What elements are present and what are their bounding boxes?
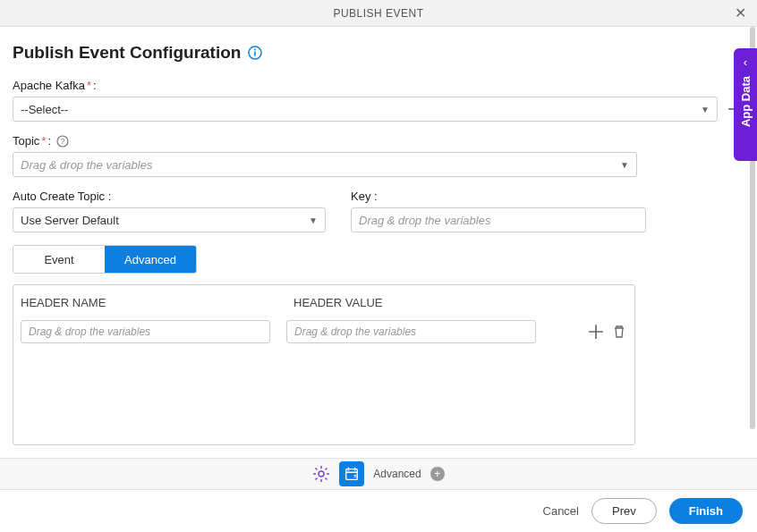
kafka-label-text: Apache Kafka xyxy=(13,79,85,92)
topic-label: Topic * : ? xyxy=(13,134,744,148)
header-value-placeholder: Drag & drop the variables xyxy=(294,325,416,338)
kafka-select[interactable]: --Select-- ▼ xyxy=(13,97,718,122)
app-data-tab[interactable]: ‹ App Data xyxy=(734,48,757,161)
headers-header-row: HEADER NAME HEADER VALUE xyxy=(13,285,634,320)
autocreate-select[interactable]: Use Server Default ▼ xyxy=(13,207,326,232)
delete-header-icon[interactable] xyxy=(611,324,627,340)
tab-event[interactable]: Event xyxy=(13,246,105,273)
advanced-expand-icon[interactable]: + xyxy=(430,467,445,481)
header-row: Drag & drop the variables Drag & drop th… xyxy=(13,320,634,343)
header-name-col: HEADER NAME xyxy=(21,296,293,309)
header-name-input[interactable]: Drag & drop the variables xyxy=(21,320,270,343)
field-kafka: Apache Kafka * : --Select-- ▼ xyxy=(13,79,744,122)
close-icon[interactable]: ✕ xyxy=(735,4,746,21)
schedule-icon[interactable] xyxy=(339,461,364,486)
colon: : xyxy=(93,79,97,92)
content-area: Publish Event Configuration Apache Kafka… xyxy=(0,27,757,445)
row-autocreate-key: Auto Create Topic : Use Server Default ▼… xyxy=(13,190,744,232)
header-value-input[interactable]: Drag & drop the variables xyxy=(286,320,536,343)
autocreate-label: Auto Create Topic : xyxy=(13,190,326,203)
autocreate-select-value: Use Server Default xyxy=(21,214,119,227)
header-row-actions xyxy=(588,324,627,340)
chevron-down-icon: ▼ xyxy=(309,215,318,225)
header-name-placeholder: Drag & drop the variables xyxy=(29,325,150,338)
field-key: Key : Drag & drop the variables xyxy=(351,190,646,232)
key-input[interactable]: Drag & drop the variables xyxy=(351,207,646,232)
gear-icon[interactable] xyxy=(312,465,330,483)
prev-button[interactable]: Prev xyxy=(591,498,657,524)
tab-advanced[interactable]: Advanced xyxy=(105,246,196,273)
field-autocreate: Auto Create Topic : Use Server Default ▼ xyxy=(13,190,326,232)
svg-text:?: ? xyxy=(61,137,65,146)
kafka-select-value: --Select-- xyxy=(21,103,68,116)
chevron-down-icon: ▼ xyxy=(620,160,629,170)
finish-button[interactable]: Finish xyxy=(669,498,743,524)
colon: : xyxy=(47,134,51,148)
footer: Cancel Prev Finish xyxy=(0,490,757,532)
topic-input[interactable]: Drag & drop the variables ▼ xyxy=(13,152,637,177)
svg-rect-1 xyxy=(255,52,257,56)
info-icon[interactable] xyxy=(248,46,262,60)
add-header-icon[interactable] xyxy=(588,324,604,340)
app-data-label: App Data xyxy=(739,76,753,127)
kafka-label: Apache Kafka * : xyxy=(13,79,744,92)
modal-header: PUBLISH EVENT ✕ xyxy=(0,0,757,27)
headers-panel: HEADER NAME HEADER VALUE Drag & drop the… xyxy=(13,284,635,445)
topic-label-text: Topic xyxy=(13,134,39,148)
topic-placeholder: Drag & drop the variables xyxy=(21,158,152,172)
key-placeholder: Drag & drop the variables xyxy=(359,214,490,227)
page-title: Publish Event Configuration xyxy=(13,43,241,63)
field-topic: Topic * : ? Drag & drop the variables ▼ xyxy=(13,134,744,177)
required-marker: * xyxy=(87,79,91,92)
modal-title: PUBLISH EVENT xyxy=(333,7,423,20)
key-label: Key : xyxy=(351,190,646,203)
header-value-col: HEADER VALUE xyxy=(293,296,382,309)
advanced-label: Advanced xyxy=(373,468,421,480)
svg-point-5 xyxy=(319,471,324,477)
tabs: Event Advanced xyxy=(13,245,197,274)
chevron-left-icon: ‹ xyxy=(744,55,747,69)
cancel-button[interactable]: Cancel xyxy=(543,504,579,518)
help-icon[interactable]: ? xyxy=(56,135,69,148)
required-marker: * xyxy=(41,134,46,148)
chevron-down-icon: ▼ xyxy=(701,105,710,114)
svg-rect-6 xyxy=(346,469,358,480)
svg-point-2 xyxy=(254,49,256,51)
bottom-toolbar: Advanced + xyxy=(0,458,757,490)
config-title-row: Publish Event Configuration xyxy=(13,43,744,63)
